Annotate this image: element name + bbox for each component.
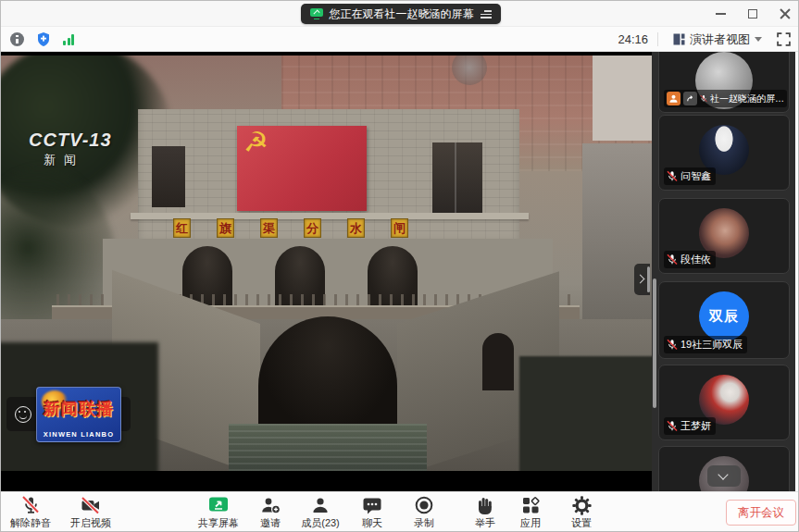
watching-screen-text: 您正在观看社一赵晓涵的屏幕 bbox=[330, 6, 474, 22]
participant-tile[interactable]: 问智鑫 bbox=[658, 115, 790, 191]
channel-label: 新闻 bbox=[44, 152, 112, 168]
bottom-toolbar: 解除静音 开启视频 共享屏幕 bbox=[1, 491, 799, 532]
plaque-char: 水 bbox=[347, 218, 365, 238]
channel-name: CCTV-13 bbox=[29, 130, 112, 151]
maximize-icon[interactable] bbox=[748, 9, 757, 19]
logo-title: 新闻联播 bbox=[40, 398, 118, 420]
members-button[interactable]: 成员(23) bbox=[291, 495, 350, 530]
participant-tile[interactable]: 王梦妍 bbox=[658, 365, 790, 440]
settings-button[interactable]: 设置 bbox=[552, 495, 611, 530]
fullscreen-icon[interactable] bbox=[777, 32, 791, 46]
chevron-down-icon bbox=[755, 37, 762, 42]
watching-screen-pill[interactable]: 您正在观看社一赵晓涵的屏幕 bbox=[301, 4, 501, 24]
plaque-char: 渠 bbox=[260, 218, 278, 238]
participant-name: 段佳依 bbox=[680, 253, 711, 266]
title-bar: 您正在观看社一赵晓涵的屏幕 bbox=[1, 1, 799, 27]
chat-label: 聊天 bbox=[343, 516, 402, 530]
share-screen-button[interactable]: 共享屏幕 bbox=[189, 495, 248, 530]
participant-name: 19社三师双辰 bbox=[680, 338, 743, 352]
collapse-list-button[interactable] bbox=[707, 465, 741, 487]
sharing-badge-icon bbox=[683, 92, 697, 105]
unmute-label: 解除静音 bbox=[1, 516, 60, 530]
chevron-right-icon bbox=[636, 275, 645, 284]
record-label: 录制 bbox=[394, 516, 454, 530]
meeting-window: 您正在观看社一赵晓涵的屏幕 24:16 bbox=[0, 0, 799, 532]
start-video-label: 开启视频 bbox=[61, 516, 120, 530]
close-icon[interactable] bbox=[780, 8, 791, 19]
smiley-icon[interactable] bbox=[15, 406, 31, 423]
view-mode-label: 演讲者视图 bbox=[690, 31, 750, 48]
plaque-char: 旗 bbox=[217, 218, 234, 238]
party-flag-banner bbox=[237, 126, 367, 211]
info-icon[interactable] bbox=[10, 32, 24, 46]
menu-icon[interactable] bbox=[481, 9, 492, 19]
host-badge-icon bbox=[667, 92, 680, 105]
camera-off-icon bbox=[61, 495, 120, 516]
gatehouse-window-right bbox=[432, 142, 482, 213]
background-building-light bbox=[593, 56, 652, 141]
panel-scrollbar[interactable] bbox=[653, 278, 656, 408]
avatar: 双辰 bbox=[699, 291, 749, 341]
logo-subtitle: XINWEN LIANBO bbox=[37, 430, 120, 439]
members-icon bbox=[291, 495, 350, 516]
start-video-button[interactable]: 开启视频 bbox=[61, 495, 120, 530]
gatehouse-window-left bbox=[152, 146, 185, 207]
side-doorway bbox=[482, 333, 514, 390]
leave-meeting-button[interactable]: 离开会议 bbox=[726, 500, 796, 526]
shared-screen-video[interactable]: 红 旗 渠 分 水 闸 CCTV-13 新闻 bbox=[1, 52, 652, 491]
screen-share-icon bbox=[310, 8, 323, 19]
status-right-controls: 24:16 演讲者视图 bbox=[618, 27, 791, 52]
record-icon bbox=[394, 495, 454, 516]
participant-label: 王梦妍 bbox=[664, 417, 716, 435]
share-screen-icon bbox=[189, 495, 248, 516]
participant-tile[interactable]: 段佳依 bbox=[658, 198, 790, 274]
mic-muted-icon bbox=[1, 495, 60, 516]
participant-label: 社一赵晓涵的屏… bbox=[664, 90, 787, 107]
participant-label: 段佳依 bbox=[664, 251, 716, 268]
participant-label: 问智鑫 bbox=[664, 167, 716, 185]
participant-tile[interactable]: 社一赵晓涵的屏… bbox=[658, 52, 790, 113]
participant-tile-partial[interactable] bbox=[658, 446, 790, 491]
layout-icon bbox=[673, 33, 685, 45]
members-label: 成员(23) bbox=[291, 516, 350, 530]
settings-label: 设置 bbox=[552, 516, 611, 530]
mic-muted-icon bbox=[700, 93, 707, 105]
plaque-char: 分 bbox=[304, 218, 321, 238]
participant-label: 19社三师双辰 bbox=[664, 336, 747, 353]
gear-icon bbox=[552, 495, 611, 516]
plaque-char: 闸 bbox=[391, 218, 408, 238]
shield-icon[interactable] bbox=[36, 31, 51, 47]
participants-panel: 社一赵晓涵的屏… 问智鑫 bbox=[652, 52, 795, 491]
channel-watermark: CCTV-13 新闻 bbox=[29, 130, 112, 168]
plaque-char: 红 bbox=[173, 218, 191, 238]
chat-button[interactable]: 聊天 bbox=[343, 495, 402, 530]
plaque-row: 红 旗 渠 分 水 闸 bbox=[173, 218, 408, 238]
avatar-initials: 双辰 bbox=[709, 308, 739, 326]
participant-name: 王梦妍 bbox=[680, 419, 711, 433]
canal-water bbox=[229, 424, 427, 471]
window-controls bbox=[716, 1, 791, 27]
chevron-down-icon bbox=[718, 469, 728, 479]
network-signal-icon[interactable] bbox=[63, 34, 74, 45]
participant-name: 社一赵晓涵的屏… bbox=[710, 93, 784, 105]
participant-name: 问智鑫 bbox=[680, 169, 711, 183]
meeting-timer: 24:16 bbox=[618, 32, 648, 46]
unmute-button[interactable]: 解除静音 bbox=[1, 495, 60, 530]
view-mode-button[interactable]: 演讲者视图 bbox=[668, 30, 768, 50]
mic-muted-icon bbox=[667, 420, 678, 432]
record-button[interactable]: 录制 bbox=[394, 495, 454, 530]
mic-muted-icon bbox=[667, 339, 678, 351]
panel-resize-handle[interactable] bbox=[647, 266, 650, 292]
mic-muted-icon bbox=[667, 170, 678, 182]
news-program-logo: 新闻联播 XINWEN LIANBO bbox=[36, 387, 121, 442]
share-screen-label: 共享屏幕 bbox=[189, 516, 248, 530]
divider bbox=[657, 32, 658, 46]
mic-muted-icon bbox=[667, 254, 678, 266]
status-left-icons bbox=[10, 27, 74, 52]
minimize-icon[interactable] bbox=[716, 13, 726, 15]
participant-tile[interactable]: 双辰 19社三师双辰 bbox=[658, 281, 790, 359]
chat-icon bbox=[343, 495, 402, 516]
status-bar: 24:16 演讲者视图 bbox=[1, 27, 799, 52]
foreground-right bbox=[519, 356, 652, 471]
